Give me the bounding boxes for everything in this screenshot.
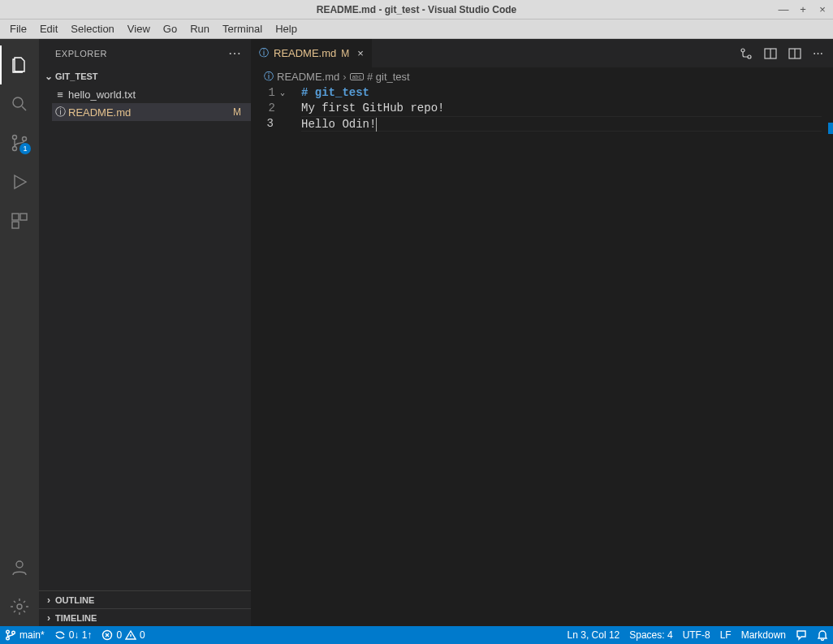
- svg-rect-4: [12, 214, 19, 220]
- svg-point-3: [23, 137, 27, 141]
- status-cursor[interactable]: Ln 3, Col 12: [563, 626, 625, 644]
- close-window-button[interactable]: ×: [817, 3, 828, 15]
- svg-point-1: [13, 136, 17, 140]
- status-language[interactable]: Markdown: [736, 626, 791, 644]
- menu-help[interactable]: Help: [269, 21, 304, 37]
- main-area: 1 EXPLORER ⋯ ⌄ GIT_TEST ≡ hello_world.tx: [0, 39, 833, 626]
- tab-readme[interactable]: ⓘ README.md M ×: [251, 39, 373, 67]
- sidebar-more-icon[interactable]: ⋯: [228, 45, 242, 61]
- sync-icon: [54, 629, 66, 641]
- tab-close-icon[interactable]: ×: [354, 47, 364, 59]
- extensions-icon: [10, 211, 29, 231]
- svg-point-9: [741, 49, 745, 52]
- status-branch[interactable]: main*: [0, 626, 50, 644]
- scrollbar-mark: [828, 123, 833, 134]
- sidebar-title: EXPLORER: [55, 49, 107, 58]
- code-line: Hello Odin!: [301, 116, 833, 132]
- file-name: hello_world.txt: [68, 89, 246, 101]
- window-title: README.md - git_test - Visual Studio Cod…: [317, 4, 516, 15]
- editor-more-icon[interactable]: ⋯: [813, 47, 823, 59]
- svg-point-13: [6, 630, 10, 633]
- text-cursor: [376, 118, 377, 132]
- activity-bar: 1: [0, 39, 39, 626]
- breadcrumb-symbol[interactable]: # git_test: [367, 71, 410, 83]
- account-icon: [10, 558, 29, 577]
- text-file-icon: ≡: [52, 89, 68, 101]
- menu-view[interactable]: View: [121, 21, 157, 37]
- minimap[interactable]: [773, 85, 822, 134]
- status-encoding[interactable]: UTF-8: [678, 626, 715, 644]
- window-controls: — + ×: [778, 3, 828, 15]
- chevron-right-icon: ›: [42, 594, 55, 606]
- svg-point-0: [13, 97, 23, 107]
- error-icon: [101, 629, 113, 641]
- code-area[interactable]: # git_test My first GitHub repo! Hello O…: [290, 85, 833, 626]
- open-preview-icon[interactable]: [764, 47, 777, 60]
- outline-section-head[interactable]: › OUTLINE: [39, 590, 251, 608]
- info-file-icon: ⓘ: [52, 105, 68, 119]
- activity-explorer[interactable]: [0, 45, 39, 84]
- menu-selection[interactable]: Selection: [64, 21, 120, 37]
- code-line: # git_test: [301, 85, 833, 101]
- tab-status: M: [341, 48, 349, 59]
- activity-accounts[interactable]: [0, 548, 39, 587]
- outline-label: OUTLINE: [55, 595, 94, 605]
- editor-body[interactable]: 1⌄ 2 3 # git_test My first GitHub repo! …: [251, 85, 833, 626]
- svg-rect-5: [20, 214, 27, 220]
- file-name: README.md: [68, 106, 233, 119]
- project-name: GIT_TEST: [55, 71, 98, 81]
- sidebar-explorer: EXPLORER ⋯ ⌄ GIT_TEST ≡ hello_world.txt …: [39, 39, 251, 626]
- file-row-readme[interactable]: ⓘ README.md M: [52, 103, 251, 121]
- menu-run[interactable]: Run: [183, 21, 216, 37]
- line-gutter: 1⌄ 2 3: [251, 85, 290, 626]
- menu-file[interactable]: File: [3, 21, 33, 37]
- menu-terminal[interactable]: Terminal: [216, 21, 269, 37]
- file-status: M: [233, 106, 246, 118]
- activity-settings[interactable]: [0, 587, 39, 626]
- project-section-head[interactable]: ⌄ GIT_TEST: [39, 67, 251, 85]
- scm-badge: 1: [19, 143, 31, 154]
- branch-icon: [5, 629, 16, 641]
- svg-point-8: [17, 604, 22, 609]
- status-notifications[interactable]: [812, 626, 833, 644]
- code-line: My first GitHub repo!: [301, 101, 833, 116]
- svg-point-10: [748, 55, 751, 58]
- menubar: File Edit Selection View Go Run Terminal…: [0, 19, 833, 39]
- activity-extensions[interactable]: [0, 201, 39, 240]
- status-problems[interactable]: 0 0: [97, 626, 149, 644]
- breadcrumb[interactable]: ⓘ README.md › abc # git_test: [251, 67, 833, 85]
- line-number: 3: [251, 116, 287, 132]
- split-editor-icon[interactable]: [788, 47, 801, 60]
- feedback-icon: [796, 629, 807, 641]
- activity-source-control[interactable]: 1: [0, 123, 39, 162]
- tab-filename: README.md: [274, 47, 336, 59]
- file-row-hello-world[interactable]: ≡ hello_world.txt: [52, 85, 251, 103]
- line-number: 1⌄: [251, 85, 287, 101]
- info-file-icon: ⓘ: [259, 46, 269, 60]
- status-indent[interactable]: Spaces: 4: [624, 626, 677, 644]
- breadcrumb-separator: ›: [343, 71, 346, 83]
- play-icon: [10, 172, 29, 192]
- scrollbar-vertical[interactable]: [822, 85, 833, 626]
- titlebar: README.md - git_test - Visual Studio Cod…: [0, 0, 833, 19]
- search-icon: [10, 94, 29, 114]
- status-eol[interactable]: LF: [715, 626, 736, 644]
- status-sync[interactable]: 0↓ 1↑: [50, 626, 97, 644]
- fold-icon[interactable]: ⌄: [275, 85, 287, 101]
- breadcrumb-file[interactable]: README.md: [277, 71, 339, 83]
- line-number: 2: [251, 101, 287, 116]
- menu-edit[interactable]: Edit: [33, 21, 64, 37]
- compare-changes-icon[interactable]: [740, 47, 753, 60]
- menu-go[interactable]: Go: [157, 21, 183, 37]
- activity-search[interactable]: [0, 84, 39, 123]
- bell-icon: [817, 629, 828, 641]
- minimize-button[interactable]: —: [778, 3, 789, 15]
- symbol-icon: abc: [350, 73, 364, 80]
- timeline-section-head[interactable]: › TIMELINE: [39, 608, 251, 626]
- activity-run-debug[interactable]: [0, 162, 39, 201]
- timeline-label: TIMELINE: [55, 613, 97, 623]
- info-file-icon: ⓘ: [264, 70, 274, 84]
- warning-icon: [125, 629, 136, 641]
- status-feedback[interactable]: [791, 626, 812, 644]
- maximize-button[interactable]: +: [797, 3, 809, 15]
